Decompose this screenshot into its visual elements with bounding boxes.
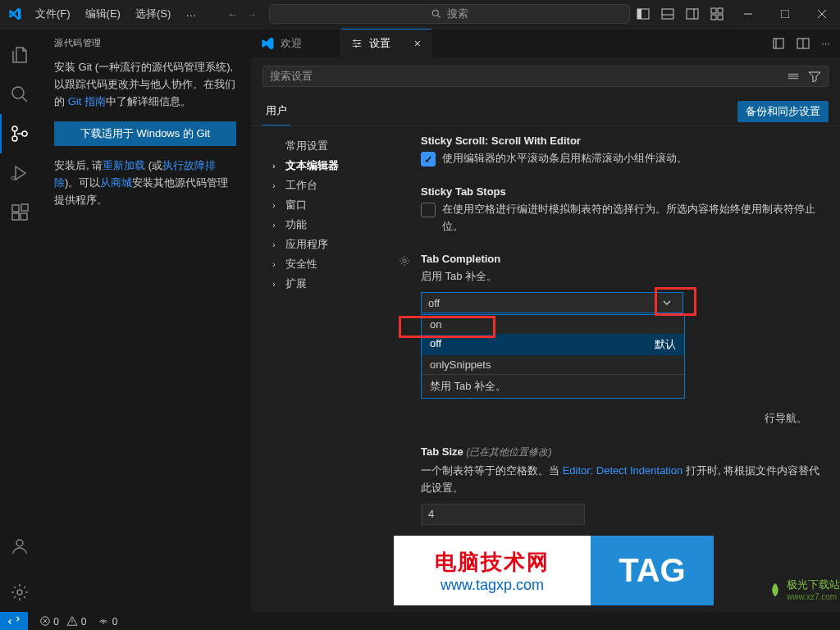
tab-size-input[interactable]: 4: [421, 504, 585, 525]
tab-welcome[interactable]: 欢迎: [251, 29, 341, 57]
menu-selection[interactable]: 选择(S): [129, 3, 177, 25]
svg-point-20: [12, 136, 17, 141]
svg-rect-10: [718, 8, 723, 13]
scm-description: 安装 Git (一种流行的源代码管理系统), 以跟踪代码更改并与他人协作。在我们…: [54, 59, 236, 110]
scm-panel-title: 源代码管理: [54, 37, 236, 49]
open-settings-json-icon[interactable]: [772, 37, 785, 50]
title-bar: 文件(F) 编辑(E) 选择(S) … ← → 搜索: [0, 0, 840, 29]
maximize-button[interactable]: [766, 0, 803, 29]
svg-rect-23: [12, 205, 19, 212]
gear-icon[interactable]: [398, 254, 411, 267]
settings-scope-user[interactable]: 用户: [262, 97, 290, 126]
close-tab-icon[interactable]: ×: [414, 37, 421, 50]
nav-back-icon[interactable]: ←: [227, 8, 238, 21]
toc-common[interactable]: 常用设置: [272, 136, 395, 156]
setting-tab-focus-partial: 行导航。: [413, 410, 824, 427]
svg-point-30: [358, 43, 360, 45]
svg-rect-26: [21, 204, 28, 211]
menu-bar: 文件(F) 编辑(E) 选择(S) …: [29, 3, 203, 25]
clear-search-icon[interactable]: [787, 71, 800, 82]
close-button[interactable]: [803, 0, 840, 29]
minimize-button[interactable]: [729, 0, 766, 29]
checkbox-sticky-scroll[interactable]: [421, 152, 436, 167]
install-git-button[interactable]: 下载适用于 Windows 的 Git: [54, 121, 236, 146]
tab-completion-dropdown: on off默认 onlySnippets 禁用 Tab 补全。: [421, 314, 685, 399]
editor-tabs: 欢迎 设置 × ···: [251, 29, 840, 57]
editor-area: 欢迎 设置 × ··· 搜索设置 用户 备份和同步设置: [251, 29, 840, 612]
option-on[interactable]: on: [422, 315, 684, 334]
menu-more[interactable]: …: [179, 3, 203, 25]
status-problems[interactable]: 0 0: [39, 615, 86, 628]
svg-line-1: [438, 16, 441, 18]
settings-editor: 搜索设置 用户 备份和同步设置 常用设置 ›文本编辑器 ›工作台 ›窗口 ›功能…: [251, 57, 840, 612]
search-placeholder: 搜索: [447, 7, 468, 21]
reload-link[interactable]: 重新加载: [103, 159, 145, 171]
svg-point-0: [433, 10, 439, 16]
menu-file[interactable]: 文件(F): [29, 3, 77, 25]
svg-rect-14: [781, 10, 789, 18]
debug-icon[interactable]: [0, 153, 39, 193]
toc-workbench[interactable]: ›工作台: [272, 176, 395, 195]
activity-bar: [0, 29, 39, 612]
extensions-icon[interactable]: [0, 193, 39, 232]
dropdown-description: 禁用 Tab 补全。: [422, 374, 684, 398]
svg-rect-12: [718, 15, 723, 20]
settings-sliders-icon: [351, 38, 363, 49]
chevron-right-icon: ›: [272, 200, 282, 210]
sync-settings-button[interactable]: 备份和同步设置: [737, 101, 829, 122]
more-actions-icon[interactable]: ···: [821, 37, 830, 49]
tab-completion-select[interactable]: off on off默认 onlySnippets 禁用 Tab 补全。: [421, 292, 683, 313]
svg-rect-32: [774, 39, 783, 48]
toc-window[interactable]: ›窗口: [272, 195, 395, 215]
toggle-panel-icon[interactable]: [655, 2, 680, 26]
checkbox-sticky-tab[interactable]: [421, 203, 436, 217]
customize-layout-icon[interactable]: [705, 2, 729, 26]
account-icon[interactable]: [0, 527, 39, 566]
marketplace-link[interactable]: 从商城: [100, 176, 132, 189]
layout-controls: [631, 2, 729, 26]
scm-side-panel: 源代码管理 安装 Git (一种流行的源代码管理系统), 以跟踪代码更改并与他人…: [39, 29, 251, 612]
tab-settings[interactable]: 设置 ×: [341, 29, 431, 57]
setting-sticky-tab-stops: Sticky Tab Stops 在使用空格进行编进时模拟制表符的选择行为。所选…: [413, 185, 824, 235]
svg-point-31: [355, 45, 358, 48]
toggle-secondary-sidebar-icon[interactable]: [680, 2, 705, 26]
svg-rect-24: [12, 213, 19, 220]
toc-security[interactable]: ›安全性: [272, 254, 395, 274]
git-guide-link[interactable]: Git 指南: [68, 95, 106, 107]
watermark-logo: 极光下载站 www.xz7.com: [767, 578, 840, 601]
option-off[interactable]: off默认: [422, 334, 684, 355]
toc-extensions[interactable]: ›扩展: [272, 274, 395, 294]
search-icon[interactable]: [0, 75, 39, 114]
toc-application[interactable]: ›应用程序: [272, 235, 395, 254]
svg-point-22: [11, 176, 15, 180]
toc-text-editor[interactable]: ›文本编辑器: [272, 156, 395, 176]
toggle-primary-sidebar-icon[interactable]: [631, 2, 655, 26]
chevron-down-icon: [658, 294, 676, 312]
vscode-logo: [0, 7, 29, 21]
svg-rect-3: [637, 9, 641, 19]
detect-indentation-link[interactable]: Editor: Detect Indentation: [563, 464, 683, 477]
svg-point-21: [22, 131, 27, 136]
svg-rect-5: [662, 15, 673, 19]
filter-icon[interactable]: [808, 71, 821, 82]
menu-edit[interactable]: 编辑(E): [79, 3, 127, 25]
chevron-right-icon: ›: [272, 220, 282, 230]
settings-gear-icon[interactable]: [0, 573, 39, 612]
svg-point-40: [103, 622, 105, 623]
explorer-icon[interactable]: [0, 35, 39, 75]
svg-rect-25: [21, 213, 27, 220]
split-editor-icon[interactable]: [797, 37, 810, 50]
scm-icon[interactable]: [0, 114, 39, 153]
svg-rect-9: [711, 8, 716, 13]
watermark-overlay: 电脑技术网 www.tagxp.com TAG: [394, 536, 714, 605]
option-onlysnippets[interactable]: onlySnippets: [422, 355, 684, 374]
toc-features[interactable]: ›功能: [272, 215, 395, 235]
remote-indicator[interactable]: [0, 612, 28, 630]
settings-search-input[interactable]: 搜索设置: [262, 66, 829, 87]
setting-tab-size: Tab Size (已在其他位置修改) 一个制表符等于的空格数。当 Editor…: [413, 445, 824, 525]
search-icon: [431, 8, 442, 20]
setting-sticky-scroll: Sticky Scroll: Scroll With Editor 使用编辑器的…: [413, 135, 824, 167]
status-ports[interactable]: 0: [98, 615, 117, 628]
command-center-search[interactable]: 搜索: [269, 4, 630, 24]
nav-forward-icon[interactable]: →: [246, 8, 257, 21]
